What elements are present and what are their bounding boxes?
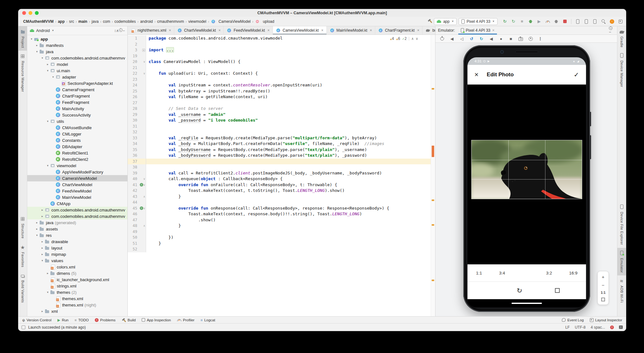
search-everywhere-icon[interactable] xyxy=(602,19,606,23)
tree-item-sectionspageradapter-kt[interactable]: SectionsPagerAdapter.kt xyxy=(27,80,127,86)
tool-stripe-button-device-manager[interactable]: Device Manager xyxy=(617,50,626,90)
target-device-select[interactable]: Pixel 4 API 33 ▼ xyxy=(459,18,498,25)
breadcrumb-item[interactable]: upload xyxy=(254,19,275,24)
tool-window-button-layout-inspector[interactable]: Layout Inspector xyxy=(590,318,622,322)
breadcrumb-item[interactable]: CMAuthenMVVM xyxy=(22,19,55,24)
tree-item-retrofitclient1[interactable]: RetrofitClient1 xyxy=(27,150,127,156)
tree-toggle-icon[interactable]: ▾ xyxy=(45,291,50,294)
phone-screen[interactable]: 4:31 ▶ ▲ ◢ × Edit Photo ✓ xyxy=(467,57,586,307)
tool-stripe-button-device-file-explorer[interactable]: Device File Explorer xyxy=(617,202,626,248)
tool-window-button-version-control[interactable]: ψVersion Control xyxy=(22,318,51,322)
home-indicator[interactable] xyxy=(512,303,542,304)
device-file-explorer-icon[interactable] xyxy=(585,19,588,24)
layout-inspector-icon[interactable] xyxy=(619,20,622,23)
code-line-3[interactable]: 3+import ... xyxy=(128,47,431,53)
tree-toggle-icon[interactable]: ▸ xyxy=(40,208,45,211)
aspect-ratio-3-4[interactable]: 3:4 xyxy=(499,271,505,275)
tree-item-layout[interactable]: ▸layout xyxy=(27,245,127,251)
code-line-33[interactable]: 33 val _reqFile = RequestBody.create(Med… xyxy=(128,135,431,141)
run-coverage-icon[interactable]: ▶ xyxy=(538,19,541,24)
prev-issue-icon[interactable]: ∧ xyxy=(411,36,414,41)
sdk-manager-icon[interactable] xyxy=(593,19,596,24)
tool-stripe-button-project[interactable]: Project xyxy=(18,26,27,51)
code-line-40[interactable]: 40∨ call.enqueue(object : Callback<Respo… xyxy=(128,176,431,182)
tool-window-button-event-log[interactable]: Event Log xyxy=(562,318,584,322)
code-line-34[interactable]: 34 val _body = MultipartBody.Part.create… xyxy=(128,141,431,147)
status-item-utf-8[interactable]: UTF-8 xyxy=(575,325,586,330)
code-line-32[interactable]: 32 xyxy=(128,129,431,135)
settings-icon[interactable] xyxy=(119,28,123,32)
status-item-lf[interactable]: LF xyxy=(565,325,570,330)
gradle-sync-icon[interactable]: ↑ xyxy=(610,19,614,24)
window-titlebar[interactable]: CMAuthenMVVM – CameraViewModel.kt [CMAut… xyxy=(18,9,626,17)
crop-region[interactable] xyxy=(471,140,582,199)
tree-item-camerafragment[interactable]: CameraFragment xyxy=(27,86,127,93)
close-tab-icon[interactable]: × xyxy=(267,28,270,33)
error-stripe-mark[interactable] xyxy=(432,280,434,281)
tree-item-app[interactable]: ▾app xyxy=(27,36,127,42)
code-line-45[interactable]: 45↑∨ override fun onResponse(call: Call<… xyxy=(128,205,431,211)
tree-item-drawable[interactable]: ▸drawable xyxy=(27,238,127,245)
code-line-21[interactable]: 21 xyxy=(128,65,431,71)
tree-item-feedviewmodel[interactable]: FeedViewModel xyxy=(27,188,127,194)
aspect-ratio-16-9[interactable]: 16:9 xyxy=(569,271,577,275)
breadcrumb-item[interactable]: main xyxy=(77,19,88,24)
confirm-icon[interactable]: ✓ xyxy=(574,71,579,79)
tool-stripe-button-build-variants[interactable]: Build Variants xyxy=(18,270,27,306)
device-manager-icon[interactable] xyxy=(576,19,579,24)
tree-item-ui-main[interactable]: ▾ui.main xyxy=(27,67,127,74)
tree-item-java[interactable]: ▾java xyxy=(27,48,127,55)
tree-item-utils[interactable]: ▾utils xyxy=(27,118,127,124)
tree-item-model[interactable]: ▸model xyxy=(27,61,127,67)
tree-item-appviewmodelfactory[interactable]: AppViewModelFactory xyxy=(27,169,127,175)
code-editor[interactable]: 1package com.codemobiles.android.cmauthe… xyxy=(128,35,435,316)
tree-item-xml[interactable]: ▸xml xyxy=(27,308,127,314)
code-line-27[interactable]: 27 xyxy=(128,100,431,106)
code-line-50[interactable]: 50 }) xyxy=(128,235,431,241)
tree-toggle-icon[interactable]: ▾ xyxy=(35,50,39,53)
tree-item-constants[interactable]: Constants xyxy=(27,137,127,143)
close-tab-icon[interactable]: × xyxy=(370,28,372,33)
tree-toggle-icon[interactable]: ▸ xyxy=(35,44,39,47)
power-icon[interactable] xyxy=(440,37,444,41)
tree-item-strings-xml[interactable]: strings.xml xyxy=(27,283,127,289)
editor-tab-night-themes-xml[interactable]: night/themes.xml× xyxy=(128,26,174,35)
tree-item-cmlogger[interactable]: CMLogger xyxy=(27,131,127,137)
error-stripe-mark[interactable] xyxy=(432,88,434,90)
tree-item-cmassetbundle[interactable]: CMAssetBundle xyxy=(27,124,127,131)
tree-item-cameraviewmodel[interactable]: CameraViewModel xyxy=(27,175,127,181)
tool-window-button-todo[interactable]: ≡TODO xyxy=(74,318,89,322)
tree-item-chartviewmodel[interactable]: ChartViewModel xyxy=(27,181,127,188)
back-icon[interactable]: ◀ xyxy=(490,36,493,41)
tree-item-res[interactable]: ▾res xyxy=(27,232,127,238)
code-line-46[interactable]: 46 Toast.makeText(context, response.body… xyxy=(128,211,431,217)
close-icon[interactable]: × xyxy=(474,71,479,78)
inspections-widget[interactable]: ▲4▲6✓2∧∨ xyxy=(388,36,420,41)
code-line-38[interactable]: 38 xyxy=(128,164,431,170)
close-tab-icon[interactable]: × xyxy=(417,28,419,33)
tree-item-successactivity[interactable]: SuccessActivity xyxy=(27,112,127,118)
tree-toggle-icon[interactable]: ▾ xyxy=(29,37,34,41)
code-line-31[interactable]: 31 xyxy=(128,123,431,129)
code-line-39[interactable]: 39 val call = RetrofitClient2.client.pos… xyxy=(128,170,431,176)
tree-toggle-icon[interactable]: ▾ xyxy=(45,120,50,123)
code-line-41[interactable]: 41↑∨ override fun onFailure(call: Call<R… xyxy=(128,182,431,188)
screenshot-icon[interactable] xyxy=(518,37,523,41)
overview-icon[interactable]: ■ xyxy=(510,36,512,41)
error-stripe-mark[interactable] xyxy=(432,146,434,157)
tree-toggle-icon[interactable]: ▸ xyxy=(40,215,45,218)
tree-toggle-icon[interactable]: ▸ xyxy=(40,240,45,243)
error-notification-icon[interactable]: ! xyxy=(610,325,614,329)
tree-item-dbadapter[interactable]: DBAdapter xyxy=(27,143,127,150)
code-line-23[interactable]: 23 xyxy=(128,77,431,83)
rotate-button[interactable]: ↻ xyxy=(517,287,522,294)
breadcrumb-item[interactable]: src xyxy=(68,19,75,24)
next-issue-icon[interactable]: ∨ xyxy=(416,36,418,41)
tree-toggle-icon[interactable]: ▸ xyxy=(45,272,50,275)
breadcrumb-item[interactable]: app xyxy=(57,19,66,24)
code-line-22[interactable]: 22∨ fun upload(uri: Uri, context: Contex… xyxy=(128,71,431,77)
tool-window-button-profiler[interactable]: Profiler xyxy=(177,318,194,322)
tree-item-mipmap[interactable]: ▸mipmap xyxy=(27,251,127,257)
code-line-44[interactable]: 44 xyxy=(128,199,431,205)
tool-window-switcher-icon[interactable] xyxy=(22,325,25,329)
